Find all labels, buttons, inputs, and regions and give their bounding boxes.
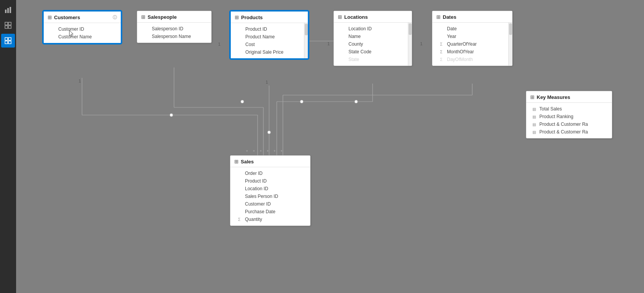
- field-product-id: Product ID: [231, 25, 308, 33]
- svg-point-33: [355, 100, 358, 103]
- dates-table[interactable]: ⊞ Dates Date Year Σ QuarterOfYear Σ Mont…: [432, 11, 513, 66]
- svg-rect-7: [5, 38, 8, 40]
- measures-grid-icon: ⊞: [530, 94, 534, 100]
- sidebar: [0, 0, 16, 293]
- field-purchase-date: Purchase Date: [230, 208, 310, 216]
- schema-sidebar-icon[interactable]: [1, 34, 15, 48]
- locations-title: Locations: [344, 14, 368, 20]
- field-salesperson-name: Salesperson Name: [137, 33, 211, 40]
- salespeople-table-header: ⊞ Salespeople: [137, 11, 211, 23]
- measure-icon: ▤: [532, 130, 537, 134]
- key-measures-header: ⊞ Key Measures: [526, 91, 612, 103]
- locations-table-body: Location ID Name County State Code State: [334, 23, 412, 66]
- salespeople-table[interactable]: ⊞ Salespeople Salesperson ID Salesperson…: [137, 11, 212, 43]
- svg-rect-0: [5, 10, 7, 13]
- svg-rect-1: [7, 8, 9, 13]
- products-title: Products: [241, 15, 263, 20]
- customers-table-header: ⊞ Customers ⓘ: [44, 12, 121, 23]
- key-measures-card[interactable]: ⊞ Key Measures ▤ Total Sales ▤ Product R…: [526, 91, 612, 138]
- customers-table[interactable]: ⊞ Customers ⓘ Customer ID Customer Name: [43, 11, 122, 44]
- measure-product-customer-ra-2: ▤ Product & Customer Ra: [526, 128, 612, 136]
- dates-table-header: ⊞ Dates: [432, 11, 512, 23]
- products-table-header: ⊞ Products: [231, 12, 308, 23]
- locations-table[interactable]: ⊞ Locations Location ID Name County Stat…: [334, 11, 412, 66]
- sigma-icon: Σ: [440, 42, 445, 46]
- grid-sidebar-icon[interactable]: [1, 18, 15, 32]
- svg-rect-9: [5, 41, 8, 44]
- sigma-icon: Σ: [440, 58, 445, 62]
- svg-text:1: 1: [266, 80, 268, 84]
- measure-product-customer-ra-1: ▤ Product & Customer Ra: [526, 120, 612, 128]
- dates-scrollbar[interactable]: [508, 23, 512, 66]
- field-customer-id: Customer ID: [44, 25, 121, 33]
- sales-table-body: Order ID Product ID Location ID Sales Pe…: [230, 167, 310, 226]
- field-customer-name: Customer Name: [44, 33, 121, 41]
- sales-table[interactable]: ⊞ Sales Order ID Product ID Location ID …: [230, 155, 310, 226]
- bar-chart-sidebar-icon[interactable]: [1, 3, 15, 17]
- dates-table-body: Date Year Σ QuarterOfYear Σ MonthOfYear …: [432, 23, 512, 66]
- table-grid-icon: ⊞: [338, 14, 342, 20]
- products-table[interactable]: ⊞ Products Product ID Product Name Cost …: [230, 11, 309, 59]
- products-scrollbar[interactable]: [304, 23, 308, 58]
- customers-info-icon[interactable]: ⓘ: [113, 15, 117, 20]
- table-grid-icon: ⊞: [436, 14, 440, 20]
- svg-rect-8: [8, 38, 11, 40]
- dates-scrollbar-thumb[interactable]: [509, 23, 512, 35]
- products-scrollbar-thumb[interactable]: [305, 24, 308, 35]
- field-state: State: [334, 56, 412, 63]
- sigma-icon: Σ: [238, 217, 243, 222]
- measure-icon: ▤: [532, 122, 537, 127]
- svg-text:*: *: [246, 149, 248, 155]
- table-grid-icon: ⊞: [48, 15, 52, 20]
- measure-total-sales: ▤ Total Sales: [526, 105, 612, 113]
- field-state-code: State Code: [334, 48, 412, 56]
- svg-text:1: 1: [218, 42, 220, 46]
- locations-scrollbar[interactable]: [408, 23, 412, 66]
- svg-point-18: [170, 114, 173, 117]
- field-month-of-year: Σ MonthOfYear: [432, 48, 512, 56]
- field-county: County: [334, 40, 412, 48]
- measure-product-ranking: ▤ Product Ranking: [526, 113, 612, 120]
- field-quantity: Σ Quantity: [230, 216, 310, 223]
- products-table-body: Product ID Product Name Cost Original Sa…: [231, 23, 308, 58]
- measure-icon: ▤: [532, 107, 537, 111]
- svg-text:1: 1: [79, 79, 81, 83]
- salespeople-title: Salespeople: [148, 14, 177, 20]
- field-sales-person-id: Sales Person ID: [230, 193, 310, 200]
- svg-rect-5: [5, 26, 8, 28]
- field-date: Date: [432, 25, 512, 33]
- field-original-sale-price: Original Sale Price: [231, 48, 308, 56]
- field-product-name: Product Name: [231, 33, 308, 41]
- salespeople-table-body: Salesperson ID Salesperson Name: [137, 23, 211, 43]
- field-location-id-sales: Location ID: [230, 185, 310, 193]
- field-product-id-sales: Product ID: [230, 177, 310, 185]
- svg-point-25: [268, 131, 271, 134]
- svg-text:1: 1: [327, 41, 330, 46]
- svg-rect-4: [8, 22, 11, 25]
- dates-title: Dates: [443, 14, 456, 20]
- svg-point-29: [300, 100, 303, 103]
- sigma-icon: Σ: [440, 50, 445, 54]
- locations-scrollbar-thumb[interactable]: [409, 23, 412, 35]
- sales-table-header: ⊞ Sales: [230, 156, 310, 167]
- customers-table-body: Customer ID Customer Name: [44, 23, 121, 43]
- field-quarter-of-year: Σ QuarterOfYear: [432, 40, 512, 48]
- field-salesperson-id: Salesperson ID: [137, 25, 211, 33]
- field-customer-id-sales: Customer ID: [230, 200, 310, 208]
- measures-body: ▤ Total Sales ▤ Product Ranking ▤ Produc…: [526, 103, 612, 138]
- svg-rect-6: [8, 26, 11, 28]
- main-canvas: * * * * * * 1 1 1 1 1 ⊞ Customers ⓘ Cust…: [16, 0, 644, 293]
- table-grid-icon: ⊞: [235, 15, 239, 20]
- field-year: Year: [432, 33, 512, 40]
- svg-text:*: *: [281, 149, 283, 155]
- svg-point-22: [241, 100, 244, 103]
- svg-text:1: 1: [420, 41, 422, 46]
- customers-title: Customers: [54, 15, 80, 20]
- table-grid-icon: ⊞: [141, 14, 145, 20]
- svg-rect-2: [10, 7, 11, 13]
- field-name: Name: [334, 33, 412, 40]
- key-measures-title: Key Measures: [537, 94, 570, 100]
- field-location-id: Location ID: [334, 25, 412, 33]
- field-day-of-month: Σ DayOfMonth: [432, 56, 512, 63]
- svg-rect-10: [8, 41, 11, 44]
